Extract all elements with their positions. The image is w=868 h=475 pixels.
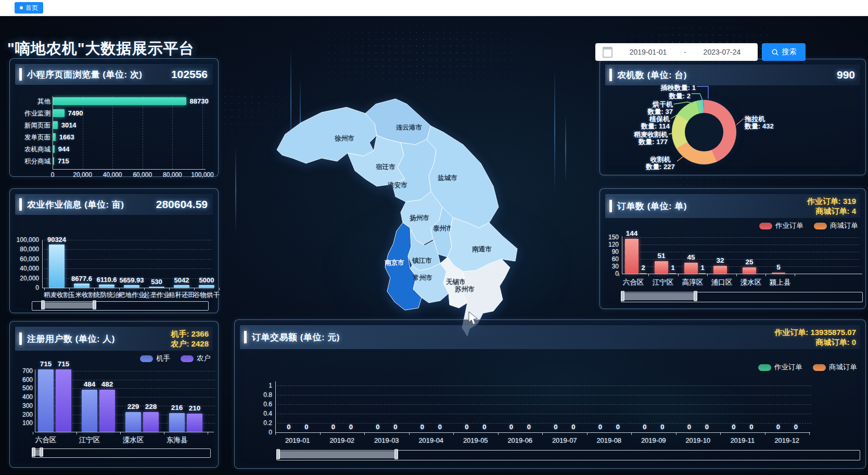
axis-line (795, 274, 795, 276)
donut-label: 数量: 37 (619, 107, 673, 117)
value-label: 51 (648, 252, 674, 260)
bar (187, 414, 202, 432)
value-label: 45 (678, 253, 704, 261)
category-label: 2019-11 (724, 437, 761, 444)
map-region-徐州市[interactable] (277, 107, 377, 163)
datazoom-window[interactable] (278, 451, 397, 458)
datazoom-slider[interactable] (621, 292, 863, 302)
value-label: 1 (666, 264, 680, 272)
legend-label: 农户 (197, 354, 211, 363)
value-label: 0 (612, 423, 623, 431)
axis-line (364, 432, 365, 435)
tick-label: 0 (10, 284, 39, 291)
datazoom-slider[interactable] (276, 450, 860, 460)
value-label: 88730 (190, 97, 226, 105)
tick-label: 0 (38, 171, 67, 178)
value-label: 144 (619, 229, 645, 237)
map-label-南通市: 南通市 (471, 246, 492, 253)
axis-line (44, 288, 45, 290)
axis-line (765, 432, 765, 435)
axis-line (809, 432, 810, 435)
legend-item-jishou[interactable]: 机手 (140, 354, 170, 363)
donut-hole (685, 113, 723, 151)
category-label: 2019-01 (279, 437, 316, 444)
category-label: 统防统治 (93, 291, 121, 300)
category-label: 其他 (10, 97, 50, 106)
bar (99, 390, 115, 432)
datazoom-handle[interactable] (41, 300, 45, 310)
datazoom-handle[interactable] (694, 291, 697, 301)
datazoom-slider[interactable] (32, 448, 211, 458)
panel-orders: 订单数 (单位: 单) 作业订单: 319 商城订单: 4 作业订单 商城订单 … (599, 188, 866, 309)
search-button[interactable]: 搜索 (762, 43, 806, 61)
tick-label: 600 (10, 376, 33, 383)
datazoom-handle[interactable] (40, 447, 43, 457)
leader-line (692, 94, 703, 100)
category-label: 积分商城 (10, 157, 50, 166)
tick-label: 0 (250, 429, 272, 436)
legend-item-nonghu[interactable]: 农户 (181, 354, 211, 363)
axis-line (219, 288, 220, 290)
axis-line (42, 288, 214, 288)
value-label: 90324 (39, 236, 75, 243)
legend-label: 机手 (156, 354, 170, 363)
category-label: 2019-07 (546, 437, 583, 444)
search-icon (771, 48, 779, 56)
axis-line (169, 288, 170, 290)
date-end-field[interactable]: 2023-07-24 (686, 48, 758, 56)
tick-label: 0 (600, 270, 619, 277)
datazoom-window[interactable] (43, 302, 95, 309)
tick-label: 0.8 (250, 391, 272, 399)
datazoom-handle[interactable] (93, 300, 96, 310)
value-label: 715 (58, 157, 94, 165)
map-label-苏州市: 苏州市 (454, 286, 475, 293)
panel-farm-work: 农业作业信息 (单位: 亩) 280604.59 020,00040,00060… (9, 188, 219, 313)
datazoom-handle[interactable] (276, 449, 280, 459)
axis-line (94, 288, 95, 290)
tick-label: 80,000 (158, 171, 187, 178)
datazoom-handle[interactable] (621, 291, 624, 301)
tick-label: 500 (10, 384, 33, 392)
axis-line (275, 381, 276, 432)
value-label: 0 (729, 423, 739, 431)
gridline (277, 395, 811, 395)
category-label: 2019-02 (324, 437, 360, 444)
category-label: 东海县 (159, 435, 195, 445)
bar (38, 369, 54, 432)
jiangsu-province-map[interactable]: 徐州市连云港市宿迁市淮安市盐城市扬州市泰州市南通市镇江市南京市常州市无锡市苏州市 (245, 68, 536, 338)
category-label: 颍上县 (763, 278, 797, 287)
category-label: 溧水区 (734, 278, 768, 287)
farm-work-chart: 020,00040,00060,00080,000100,00090324稻麦收… (10, 189, 218, 313)
category-label: 玉米收割 (68, 291, 96, 300)
legend-item-work-orders[interactable]: 作业订单 (758, 363, 802, 372)
tick-label: 700 (10, 367, 33, 375)
date-range-picker[interactable]: 2019-01-01 - 2023-07-24 (595, 43, 758, 61)
category-label: 浦口区 (705, 278, 738, 287)
donut-label: 数量: 177 (615, 137, 668, 147)
legend-item-mall-orders[interactable]: 商城订单 (814, 221, 858, 230)
date-start-field[interactable]: 2019-01-01 (612, 48, 684, 56)
value-label: 0 (790, 423, 801, 431)
map-region-连云港市[interactable] (365, 99, 431, 145)
value-label: 0 (640, 423, 650, 431)
bar (49, 245, 65, 288)
category-label: 江宁区 (71, 435, 108, 445)
bar (53, 121, 58, 129)
value-label: 944 (58, 145, 95, 153)
bar (53, 145, 55, 153)
bar (56, 369, 71, 432)
datazoom-handle[interactable] (394, 449, 398, 459)
bar (772, 273, 785, 274)
legend-item-work-orders[interactable]: 作业订单 (759, 221, 803, 230)
legend-item-mall-orders[interactable]: 商城订单 (813, 363, 857, 372)
gridline (44, 259, 212, 260)
datazoom-window[interactable] (622, 293, 696, 300)
page-views-chart: 020,00040,00060,00080,000100,000其他88730作… (10, 59, 218, 176)
mouse-cursor (468, 311, 479, 325)
orders-chart: 03060901201501442六合区511江宁区451高淳区32浦口区25溧… (600, 189, 865, 309)
datazoom-slider[interactable] (32, 301, 209, 311)
map-label-徐州市: 徐州市 (334, 135, 354, 142)
datazoom-handle[interactable] (32, 447, 35, 457)
axis-line (622, 274, 862, 274)
tab-home[interactable]: 首页 (15, 2, 43, 14)
